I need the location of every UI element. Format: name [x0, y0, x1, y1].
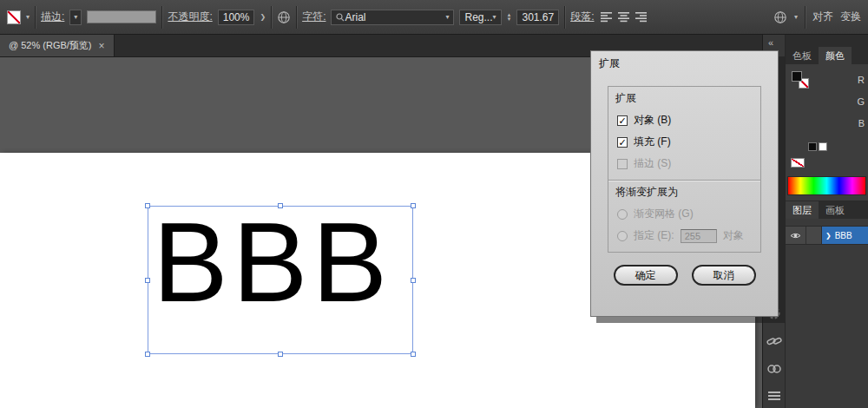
chevron-down-icon: ▾ — [492, 13, 496, 21]
ok-button[interactable]: 确定 — [614, 265, 678, 286]
character-label[interactable]: 字符: — [302, 10, 326, 24]
dock-panel-icons — [766, 306, 782, 408]
search-icon — [336, 13, 345, 22]
layer-selected-area[interactable]: ❯ BBB — [822, 227, 868, 244]
tab-close-icon[interactable]: × — [99, 40, 105, 52]
chevron-down-icon: ▾ — [74, 13, 77, 21]
selection-handle[interactable] — [411, 203, 416, 208]
font-family-field[interactable]: Arial ▾ — [331, 10, 454, 25]
align-panel-button[interactable]: 对齐 — [812, 10, 833, 24]
layer-name: BBB — [835, 231, 852, 240]
control-toolbar: ▾ 描边: ▾ 不透明度: 100% ❯ 字符: Arial ▾ Reg... … — [0, 0, 868, 35]
white-swatch[interactable] — [819, 142, 827, 151]
toolbar-divider — [805, 6, 806, 29]
checkbox-object-label: 对象 (B) — [634, 113, 671, 128]
dialog-title-bar[interactable]: 扩展 — [591, 51, 778, 75]
font-size-stepper[interactable]: ▲▼ — [507, 13, 512, 22]
radio-row-gradient-mesh: 渐变网格 (G) — [617, 207, 760, 221]
dock-spacer — [786, 35, 868, 47]
toolbar-divider — [35, 6, 36, 29]
globe-icon[interactable] — [773, 10, 787, 24]
expand-options-group: 扩展 对象 (B) 填充 (F) 描边 (S) 将渐变扩展为 渐变网格 (G) — [608, 86, 761, 253]
radio-gradient-mesh — [617, 209, 628, 220]
dock-collapse-button[interactable]: « — [763, 35, 773, 48]
selection-handle[interactable] — [278, 203, 283, 208]
font-style-dropdown[interactable]: Reg... ▾ — [459, 10, 501, 25]
chevron-down-icon[interactable]: ▾ — [445, 13, 449, 21]
stepper-down-icon[interactable]: ▼ — [507, 17, 512, 22]
font-family-value: Arial — [345, 11, 445, 23]
checkbox-stroke-label: 描边 (S) — [634, 156, 671, 171]
selection-handle[interactable] — [411, 352, 416, 357]
align-center-icon[interactable] — [617, 11, 630, 23]
layers-panel: ❯ BBB — [786, 219, 868, 408]
selection-bounding-box[interactable] — [148, 206, 413, 354]
paragraph-align-group — [600, 11, 648, 23]
expand-section-title: 扩展 — [615, 91, 760, 106]
stroke-weight-dropdown[interactable]: ▾ — [69, 10, 82, 25]
toolbar-divider — [564, 6, 565, 29]
document-tab[interactable]: @ 52% (RGB/预览) × — [0, 35, 115, 56]
transform-panel-button[interactable]: 变换 — [840, 10, 861, 24]
checkbox-row-object[interactable]: 对象 (B) — [617, 113, 760, 128]
cancel-button[interactable]: 取消 — [692, 265, 756, 286]
opacity-value-field[interactable]: 100% — [218, 10, 255, 25]
checkbox-stroke — [617, 159, 628, 169]
checkbox-fill[interactable] — [617, 137, 628, 148]
red-channel-label: R — [857, 75, 865, 85]
checkbox-fill-label: 填充 (F) — [634, 135, 671, 149]
stroke-profile-preview[interactable] — [87, 10, 156, 23]
color-panel: R G B — [786, 64, 868, 201]
tab-color[interactable]: 颜色 — [819, 47, 852, 64]
opacity-label[interactable]: 不透明度: — [168, 10, 212, 24]
checkbox-row-stroke: 描边 (S) — [617, 156, 760, 171]
fill-color-none-swatch[interactable] — [7, 10, 21, 24]
tab-artboards[interactable]: 画板 — [819, 201, 852, 219]
toolbar-right-cluster: ▾ 对齐 变换 — [773, 6, 861, 29]
stroke-label[interactable]: 描边: — [41, 10, 64, 24]
tab-swatches[interactable]: 色板 — [786, 47, 819, 64]
hamburger-menu-icon[interactable] — [767, 389, 781, 405]
layer-visibility-toggle[interactable] — [786, 227, 806, 244]
toolbar-divider — [296, 6, 297, 29]
black-white-swatches — [808, 142, 827, 151]
font-style-value: Reg... — [464, 11, 492, 23]
align-left-icon[interactable] — [600, 11, 613, 23]
specify-suffix-label: 对象 — [723, 228, 744, 243]
radio-gradient-mesh-label: 渐变网格 (G) — [634, 207, 694, 221]
color-spectrum-bar[interactable] — [787, 176, 866, 195]
checkbox-row-fill[interactable]: 填充 (F) — [617, 135, 760, 149]
selection-handle[interactable] — [145, 352, 150, 357]
chevron-down-icon[interactable]: ▾ — [26, 13, 30, 21]
tab-layers[interactable]: 图层 — [786, 201, 819, 219]
checkbox-object[interactable] — [617, 115, 628, 126]
black-swatch[interactable] — [808, 142, 817, 151]
align-right-icon[interactable] — [635, 11, 648, 23]
selection-handle[interactable] — [411, 278, 416, 283]
chevron-right-icon[interactable]: ❯ — [260, 13, 266, 21]
layer-lock-cell[interactable] — [806, 227, 822, 244]
fill-color-swatch[interactable] — [792, 71, 802, 82]
dialog-button-row: 确定 取消 — [591, 265, 778, 286]
layer-row[interactable]: ❯ BBB — [786, 226, 868, 245]
selection-handle[interactable] — [145, 203, 150, 208]
link-icon[interactable] — [766, 335, 782, 351]
dialog-separator — [608, 180, 760, 181]
none-color-swatch[interactable] — [791, 158, 805, 168]
layer-expand-icon[interactable]: ❯ — [825, 232, 832, 240]
radio-specify-label: 指定 (E): — [634, 228, 674, 243]
font-size-field[interactable]: 301.67 — [516, 10, 559, 25]
chain-link-icon[interactable] — [766, 362, 782, 378]
fill-stroke-indicator[interactable] — [792, 71, 812, 92]
paragraph-label[interactable]: 段落: — [570, 10, 594, 24]
selection-handle[interactable] — [145, 278, 150, 283]
globe-icon[interactable] — [277, 10, 291, 24]
blue-channel-label: B — [857, 118, 865, 128]
selection-handle[interactable] — [278, 352, 283, 357]
gradient-section-title: 将渐变扩展为 — [615, 185, 760, 200]
illustrator-window: ▾ 描边: ▾ 不透明度: 100% ❯ 字符: Arial ▾ Reg... … — [0, 0, 868, 408]
dock-panels: 色板 颜色 R G B — [786, 35, 868, 408]
chevron-down-icon[interactable]: ▾ — [794, 13, 798, 21]
document-tab-title: @ 52% (RGB/预览) — [9, 39, 92, 52]
radio-row-specify: 指定 (E): 255 对象 — [617, 228, 760, 243]
